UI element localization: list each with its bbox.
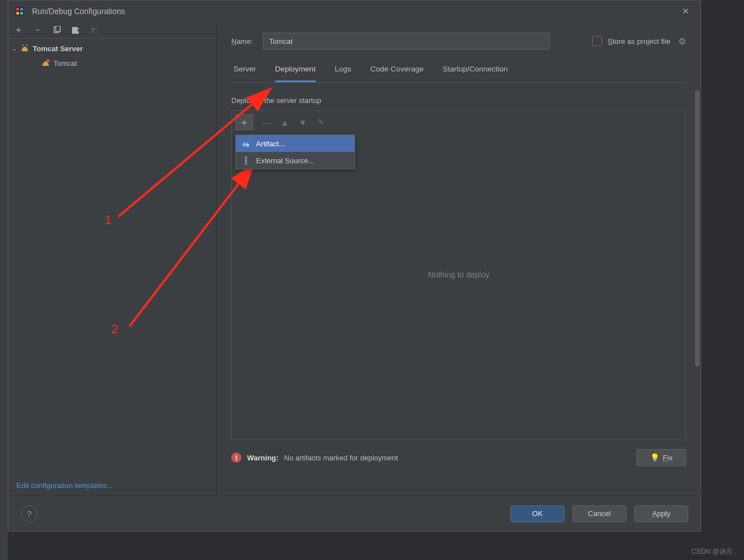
annotation-number-2: 2 <box>111 322 118 337</box>
svg-rect-4 <box>20 12 23 15</box>
svg-rect-2 <box>20 8 23 11</box>
dialog-footer: ? OK Cancel Apply <box>8 495 701 531</box>
fix-label: Fix <box>663 454 673 462</box>
dropdown-item-label: Artifact... <box>256 140 285 148</box>
dropdown-item-label: External Source... <box>256 156 314 165</box>
tree-group-label: Tomcat Server <box>33 44 83 53</box>
warning-row: ! Warning: No artifacts marked for deplo… <box>231 449 686 466</box>
copy-icon[interactable] <box>52 26 61 35</box>
name-input[interactable] <box>263 33 550 50</box>
external-source-icon <box>241 156 250 165</box>
close-icon[interactable]: ✕ <box>678 4 694 19</box>
apply-button[interactable]: Apply <box>634 505 688 522</box>
remove-icon[interactable]: － <box>33 26 42 35</box>
dropdown-item-external-source[interactable]: External Source... <box>236 152 355 169</box>
svg-rect-14 <box>245 158 247 158</box>
tomcat-icon <box>20 44 29 53</box>
sidebar-toolbar: ＋ － az <box>8 22 216 39</box>
store-checkbox[interactable] <box>592 36 602 46</box>
svg-point-9 <box>46 59 50 62</box>
gear-icon[interactable]: ⚙ <box>678 36 686 47</box>
watermark: CSDN @讷言、 <box>691 547 739 557</box>
tab-startup-connection[interactable]: Startup/Connection <box>443 65 508 82</box>
store-as-project-file[interactable]: Store as project file ⚙ <box>592 36 686 47</box>
annotation-number-1: 1 <box>105 213 111 227</box>
tab-server[interactable]: Server <box>234 65 256 82</box>
artifact-icon <box>241 139 250 148</box>
config-tree: ⌄ Tomcat Server Tomcat <box>8 39 216 476</box>
add-dropdown: Artifact... External Source... <box>235 135 355 169</box>
svg-rect-16 <box>245 161 247 162</box>
svg-text:z: z <box>95 30 97 34</box>
tabs: Server Deployment Logs Code Coverage Sta… <box>231 65 686 83</box>
name-row: Name: Store as project file ⚙ <box>231 31 686 51</box>
warning-label: Warning: <box>247 454 279 462</box>
warning-text: No artifacts marked for deployment <box>284 454 398 462</box>
tree-group-tomcat-server[interactable]: ⌄ Tomcat Server <box>8 41 216 56</box>
edit-templates-link[interactable]: Edit configuration templates... <box>8 476 216 495</box>
help-button[interactable]: ? <box>21 505 38 522</box>
sort-icon[interactable]: az <box>91 26 100 35</box>
main-panel: Name: Store as project file ⚙ Server Dep… <box>217 22 701 495</box>
add-icon[interactable]: ＋ <box>14 26 23 35</box>
titlebar: Run/Debug Configurations ✕ <box>8 1 701 22</box>
ide-left-gutter <box>0 0 8 560</box>
svg-rect-1 <box>16 8 19 11</box>
svg-rect-6 <box>56 26 60 32</box>
cancel-button[interactable]: Cancel <box>572 505 626 522</box>
tree-item-tomcat[interactable]: Tomcat <box>8 56 216 70</box>
tomcat-run-icon <box>41 59 50 68</box>
dropdown-item-artifact[interactable]: Artifact... <box>236 135 355 152</box>
lightbulb-icon: 💡 <box>650 453 660 462</box>
tab-deployment[interactable]: Deployment <box>275 65 316 82</box>
name-label: Name: <box>231 37 253 46</box>
deploy-section-label: Deploy at the server startup <box>231 96 686 105</box>
svg-rect-17 <box>245 163 247 163</box>
fix-button[interactable]: 💡 Fix <box>637 449 686 466</box>
run-debug-dialog: Run/Debug Configurations ✕ ＋ － az ⌄ Tomc… <box>8 0 701 532</box>
store-label: Store as project file <box>608 37 670 46</box>
dialog-title: Run/Debug Configurations <box>32 7 125 16</box>
warning-icon: ! <box>231 453 241 463</box>
deploy-box: ＋ ― ▲ ▼ ✎ Artifact... External Source... <box>231 110 686 440</box>
intellij-logo-icon <box>15 7 24 16</box>
scrollbar-thumb[interactable] <box>695 91 700 366</box>
save-template-icon[interactable] <box>71 26 80 35</box>
ok-button[interactable]: OK <box>510 505 564 522</box>
svg-rect-3 <box>16 12 19 15</box>
svg-rect-15 <box>245 159 247 160</box>
tab-code-coverage[interactable]: Code Coverage <box>370 65 424 82</box>
tree-item-label: Tomcat <box>53 59 77 68</box>
sidebar: ＋ － az ⌄ Tomcat Server Tomcat Edit confi… <box>8 22 217 495</box>
tab-logs[interactable]: Logs <box>335 65 351 82</box>
chevron-down-icon: ⌄ <box>12 45 17 52</box>
